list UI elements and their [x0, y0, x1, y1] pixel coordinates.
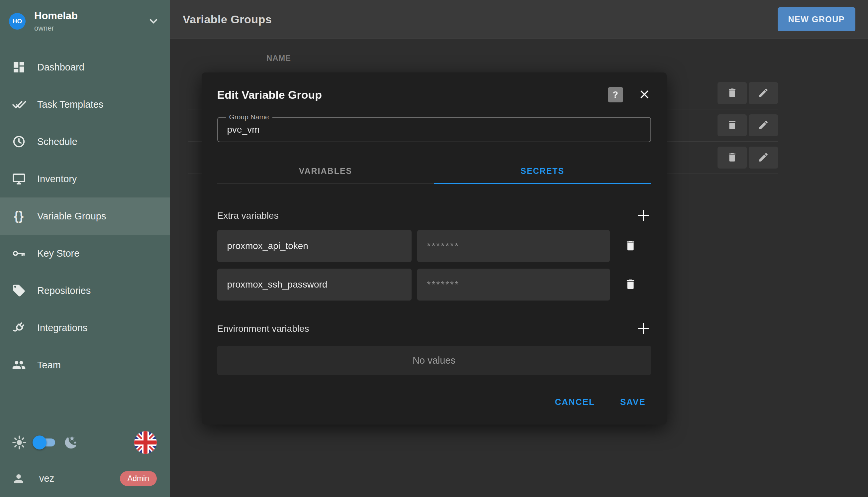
trash-icon [624, 278, 637, 292]
dialog-actions: CANCEL SAVE [217, 394, 651, 411]
environment-variables-title: Environment variables [217, 324, 309, 334]
extra-variables-title: Extra variables [217, 210, 279, 221]
dialog-title: Edit Variable Group [217, 88, 322, 101]
dialog-header: Edit Variable Group ? [217, 87, 651, 102]
delete-variable-button[interactable] [610, 239, 651, 253]
add-environment-variable-button[interactable] [636, 321, 651, 337]
variable-row: proxmox_api_token ******* [217, 230, 651, 262]
variable-value-input[interactable]: ******* [417, 269, 610, 300]
close-button[interactable] [638, 88, 651, 101]
no-values-placeholder: No values [217, 346, 651, 375]
extra-variables-section-header: Extra variables [217, 208, 651, 223]
variable-name-input[interactable]: proxmox_api_token [217, 230, 412, 262]
group-name-input[interactable]: Group Name pve_vm [217, 117, 651, 142]
variable-value-input[interactable]: ******* [417, 230, 610, 262]
environment-variables-section-header: Environment variables [217, 321, 651, 337]
cancel-button[interactable]: CANCEL [549, 394, 600, 411]
save-button[interactable]: SAVE [615, 394, 651, 411]
dialog-tabs: VARIABLES SECRETS [217, 158, 651, 184]
tab-secrets[interactable]: SECRETS [434, 158, 651, 184]
plus-icon [636, 219, 651, 224]
delete-variable-button[interactable] [610, 278, 651, 292]
group-name-value: pve_vm [218, 118, 650, 142]
edit-variable-group-dialog: Edit Variable Group ? Group Name pve_vm … [202, 72, 667, 425]
tab-variables[interactable]: VARIABLES [217, 158, 434, 184]
group-name-label: Group Name [226, 113, 273, 121]
trash-icon [624, 239, 637, 253]
extra-variables-list: proxmox_api_token ******* proxmox_ssh_pa… [217, 230, 651, 300]
close-icon [638, 96, 650, 101]
add-extra-variable-button[interactable] [636, 208, 651, 223]
help-button[interactable]: ? [608, 87, 623, 102]
variable-row: proxmox_ssh_password ******* [217, 269, 651, 300]
variable-name-input[interactable]: proxmox_ssh_password [217, 269, 412, 300]
plus-icon [636, 332, 651, 337]
modal-overlay: Edit Variable Group ? Group Name pve_vm … [0, 0, 868, 497]
